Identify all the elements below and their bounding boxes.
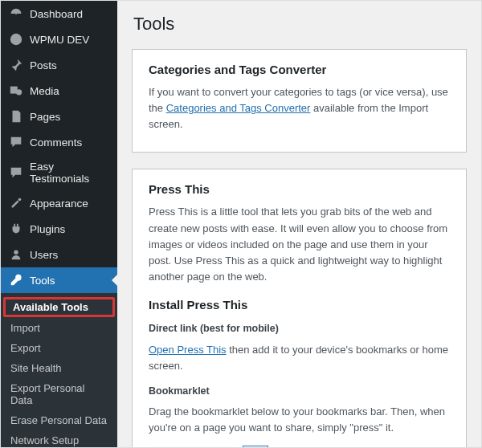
sidebar-item-posts[interactable]: Posts [1,52,117,78]
press-this-intro: Press This is a little tool that lets yo… [149,204,450,285]
sidebar-item-tools[interactable]: Tools [1,267,117,293]
sidebar-item-label: Posts [30,59,57,71]
users-icon [9,247,23,262]
sidebar-item-comments[interactable]: Comments [1,129,117,155]
main-content: Tools Categories and Tags Converter If y… [117,1,481,447]
admin-sidebar: Dashboard WPMU DEV Posts Media Pages Com… [1,1,117,447]
tools-icon [9,273,23,287]
bookmarklet-label: Bookmarklet [149,384,450,399]
card-categories-tags: Categories and Tags Converter If you wan… [132,49,467,153]
testimonials-icon [9,165,23,180]
pages-icon [9,109,23,124]
submenu-network-setup[interactable]: Network Setup [1,430,117,447]
submenu-available-tools[interactable]: Available Tools [3,297,115,317]
sidebar-item-label: Users [30,249,58,261]
plugins-icon [9,222,23,236]
copy-bookmarklet-button[interactable] [243,446,268,447]
direct-link-text: Open Press This then add it to your devi… [149,342,450,374]
tools-submenu: Available Tools Import Export Site Healt… [1,293,117,447]
card-press-this: Press This Press This is a little tool t… [132,169,467,447]
sidebar-item-appearance[interactable]: Appearance [1,190,117,216]
page-title: Tools [133,14,467,35]
categories-tags-link[interactable]: Categories and Tags Converter [166,102,311,114]
card-text: If you want to convert your categories t… [149,84,450,132]
svg-point-2 [16,89,22,95]
card-heading: Categories and Tags Converter [149,63,450,76]
sidebar-item-label: Appearance [30,198,88,210]
sidebar-item-media[interactable]: Media [1,78,117,104]
sidebar-item-label: Pages [30,111,60,123]
sidebar-item-dashboard[interactable]: Dashboard [1,1,117,26]
svg-point-4 [14,250,18,255]
sidebar-item-label: Easy Testimonials [30,161,111,185]
sidebar-item-label: Dashboard [30,8,83,20]
submenu-export-personal[interactable]: Export Personal Data [1,378,117,410]
pin-icon [9,58,23,72]
submenu-import[interactable]: Import [1,318,117,338]
submenu-export[interactable]: Export [1,338,117,358]
sidebar-item-label: Media [30,85,59,97]
direct-link-label: Direct link (best for mobile) [149,321,450,336]
sidebar-item-users[interactable]: Users [1,242,117,267]
submenu-site-health[interactable]: Site Health [1,358,117,378]
media-icon [9,83,23,98]
comments-icon [9,135,23,149]
svg-point-3 [18,198,22,202]
bookmarklet-text: Drag the bookmarklet below to your bookm… [149,404,450,436]
card-heading: Press This [149,182,450,196]
install-heading: Install Press This [149,298,450,312]
sidebar-item-testimonials[interactable]: Easy Testimonials [1,155,117,190]
wpmu-icon [9,32,23,47]
sidebar-item-label: WPMU DEV [30,34,89,46]
submenu-erase-personal[interactable]: Erase Personal Data [1,410,117,430]
dashboard-icon [9,6,23,21]
sidebar-item-wpmu[interactable]: WPMU DEV [1,26,117,52]
open-press-this-link[interactable]: Open Press This [149,344,227,356]
bookmarklet-row: Press This [149,446,450,447]
appearance-icon [9,196,23,210]
sidebar-item-pages[interactable]: Pages [1,104,117,129]
sidebar-item-label: Comments [30,136,82,149]
svg-point-1 [10,34,22,45]
sidebar-item-label: Plugins [30,223,65,235]
sidebar-item-plugins[interactable]: Plugins [1,216,117,242]
sidebar-item-label: Tools [30,275,55,287]
